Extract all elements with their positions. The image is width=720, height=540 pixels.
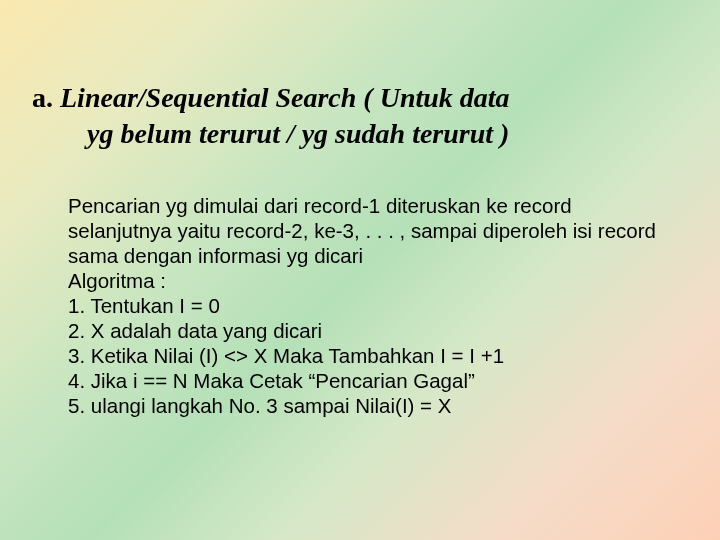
- body-step-4: 4. Jika i == N Maka Cetak “Pencarian Gag…: [68, 368, 660, 393]
- heading-line1: Linear/Sequential Search ( Untuk data: [53, 82, 510, 113]
- body-step-5: 5. ulangi langkah No. 3 sampai Nilai(I) …: [68, 393, 660, 418]
- body-step-2: 2. X adalah data yang dicari: [68, 318, 660, 343]
- heading-prefix: a.: [32, 82, 53, 113]
- slide-body: Pencarian yg dimulai dari record-1 diter…: [0, 153, 720, 418]
- body-paragraph: Pencarian yg dimulai dari record-1 diter…: [68, 193, 660, 268]
- body-step-3: 3. Ketika Nilai (I) <> X Maka Tambahkan …: [68, 343, 660, 368]
- heading-line2: yg belum terurut / yg sudah terurut ): [32, 116, 680, 152]
- body-step-1: 1. Tentukan I = 0: [68, 293, 660, 318]
- slide-heading: a. Linear/Sequential Search ( Untuk data…: [0, 0, 720, 153]
- slide: a. Linear/Sequential Search ( Untuk data…: [0, 0, 720, 540]
- body-algo-label: Algoritma :: [68, 268, 660, 293]
